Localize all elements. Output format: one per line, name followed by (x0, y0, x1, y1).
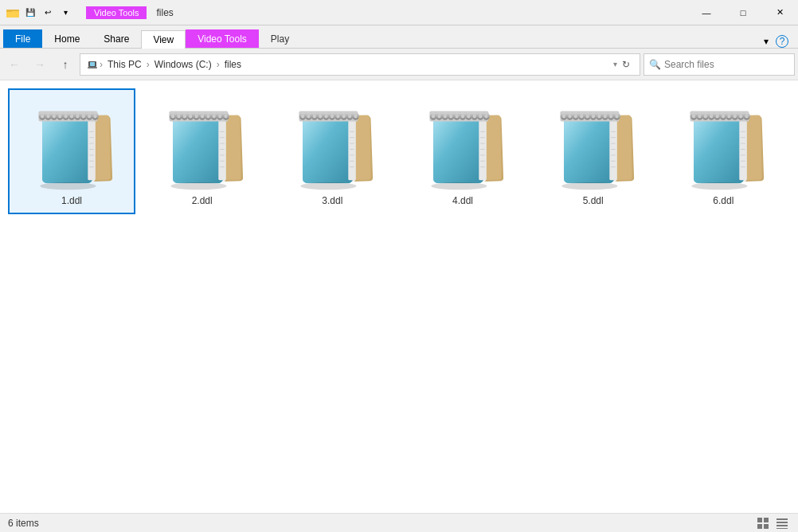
file-label-1.ddl: 1.ddl (61, 195, 82, 206)
maximize-button[interactable]: □ (725, 0, 761, 25)
svg-rect-198 (757, 518, 762, 522)
tab-play[interactable]: Play (259, 29, 301, 48)
refresh-button[interactable]: ↻ (619, 57, 633, 72)
file-icon-1.ddl (24, 96, 119, 192)
svg-rect-146 (609, 120, 616, 181)
svg-rect-82 (349, 120, 356, 181)
ribbon-tabs: File Home Share View Video Tools Play ▾ … (0, 25, 798, 48)
detail-view-btn[interactable] (774, 515, 790, 531)
video-tools-badge: Video Tools (86, 6, 147, 19)
path-thispc[interactable]: This PC (104, 57, 145, 72)
svg-rect-202 (776, 518, 788, 520)
path-files[interactable]: files (221, 57, 244, 72)
svg-rect-199 (764, 518, 769, 522)
svg-point-197 (692, 182, 748, 190)
file-icon-5.ddl (546, 96, 641, 192)
help-button[interactable]: ? (776, 35, 788, 48)
search-bar[interactable]: 🔍 (643, 53, 795, 76)
svg-rect-81 (303, 117, 353, 183)
up-button[interactable]: ↑ (54, 53, 76, 76)
svg-rect-1 (6, 11, 19, 18)
file-grid: 1.ddl (0, 80, 798, 513)
svg-point-101 (301, 182, 357, 190)
close-button[interactable]: ✕ (761, 0, 798, 25)
ribbon-expand-btn[interactable]: ▾ (760, 35, 773, 48)
content-area: 1.ddl (0, 80, 798, 513)
svg-rect-201 (764, 524, 769, 529)
svg-rect-200 (757, 524, 762, 529)
file-icon-6.ddl (675, 96, 771, 192)
search-icon: 🔍 (649, 59, 661, 70)
file-icon-4.ddl (415, 96, 510, 192)
file-icon-2.ddl (155, 96, 250, 192)
ribbon: File Home Share View Video Tools Play ▾ … (0, 25, 798, 49)
address-bar[interactable]: › This PC › Windows (C:) › files ▾ ↻ (80, 53, 640, 76)
large-icon-view-btn[interactable] (755, 515, 771, 531)
view-controls[interactable] (755, 515, 790, 531)
svg-point-69 (170, 182, 226, 190)
file-label-4.ddl: 4.ddl (452, 195, 473, 206)
address-bar-right: ▾ ↻ (613, 57, 633, 72)
file-label-3.ddl: 3.ddl (322, 195, 342, 206)
svg-rect-2 (6, 10, 12, 12)
svg-rect-49 (173, 117, 223, 183)
svg-rect-205 (776, 528, 788, 529)
search-input[interactable] (664, 59, 789, 70)
file-item-5.ddl[interactable]: 5.ddl (530, 88, 657, 214)
quick-access-toolbar[interactable]: 💾 ↩ ▾ (22, 5, 73, 21)
window-controls[interactable]: — □ ✕ (688, 0, 798, 25)
window-title: files (156, 7, 173, 18)
svg-rect-50 (218, 120, 225, 181)
this-pc-icon (87, 59, 98, 70)
svg-rect-145 (564, 117, 614, 183)
file-item-2.ddl[interactable]: 2.ddl (139, 88, 266, 214)
svg-rect-18 (88, 120, 95, 181)
address-path: › This PC › Windows (C:) › files (87, 57, 244, 72)
item-count: 6 items (8, 518, 39, 529)
back-button[interactable]: ← (3, 53, 25, 76)
svg-rect-204 (776, 525, 788, 526)
tab-videotools[interactable]: Video Tools (186, 29, 259, 48)
file-item-3.ddl[interactable]: 3.ddl (268, 88, 396, 214)
svg-rect-177 (694, 117, 744, 183)
title-bar-left: 💾 ↩ ▾ (0, 0, 80, 25)
tab-view[interactable]: View (141, 30, 186, 49)
svg-rect-4 (90, 62, 95, 66)
svg-rect-113 (433, 117, 483, 183)
svg-point-37 (40, 182, 96, 190)
svg-rect-17 (42, 117, 92, 183)
file-item-4.ddl[interactable]: 4.ddl (399, 88, 526, 214)
undo-quick-btn[interactable]: ↩ (40, 5, 56, 21)
file-icon-3.ddl (284, 96, 380, 192)
tab-home[interactable]: Home (42, 29, 92, 48)
title-text-area: Video Tools files (80, 0, 688, 25)
file-label-6.ddl: 6.ddl (713, 195, 733, 206)
file-item-1.ddl[interactable]: 1.ddl (8, 88, 135, 214)
tab-file[interactable]: File (3, 29, 42, 48)
title-bar: 💾 ↩ ▾ Video Tools files — □ ✕ (0, 0, 798, 25)
svg-rect-178 (740, 120, 747, 181)
file-item-6.ddl[interactable]: 6.ddl (659, 88, 787, 214)
status-bar: 6 items (0, 513, 798, 532)
forward-button[interactable]: → (29, 53, 51, 76)
svg-point-133 (431, 182, 487, 190)
tab-share[interactable]: Share (92, 29, 141, 48)
customize-quick-btn[interactable]: ▾ (57, 5, 73, 21)
svg-rect-203 (776, 522, 788, 523)
file-label-2.ddl: 2.ddl (192, 195, 213, 206)
save-quick-btn[interactable]: 💾 (22, 5, 38, 21)
file-label-5.ddl: 5.ddl (583, 195, 604, 206)
svg-point-165 (561, 182, 617, 190)
minimize-button[interactable]: — (688, 0, 725, 25)
svg-rect-114 (479, 120, 486, 181)
folder-icon (6, 6, 19, 19)
nav-bar: ← → ↑ › This PC › Windows (C:) › files ▾… (0, 49, 798, 80)
path-windows[interactable]: Windows (C:) (151, 57, 215, 72)
address-dropdown-btn[interactable]: ▾ (613, 60, 617, 68)
svg-rect-5 (88, 67, 97, 68)
